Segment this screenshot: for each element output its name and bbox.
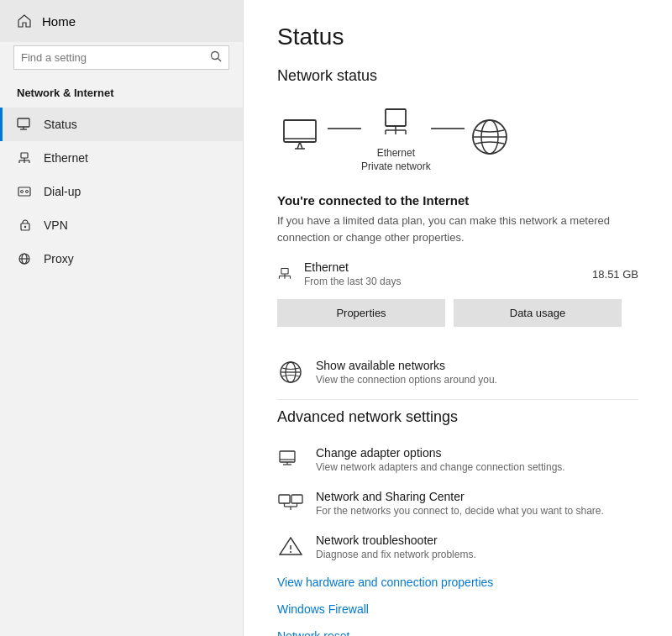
svg-rect-46: [279, 495, 290, 503]
sidebar-item-vpn-label: VPN: [44, 218, 68, 232]
ethernet-sub-label: From the last 30 days: [304, 276, 580, 287]
ethernet-data-row: Ethernet From the last 30 days 18.51 GB: [277, 260, 638, 287]
advanced-section-title: Advanced network settings: [277, 408, 638, 426]
diagram-ethernet: Ethernet Private network: [361, 100, 431, 173]
sharing-center-row[interactable]: Network and Sharing Center For the netwo…: [277, 481, 638, 525]
sharing-center-text: Network and Sharing Center For the netwo…: [316, 490, 604, 517]
home-icon: [17, 13, 32, 29]
adapter-options-text: Change adapter options View network adap…: [316, 446, 565, 473]
diagram-internet: [465, 116, 515, 158]
troubleshooter-desc: Diagnose and fix network problems.: [316, 549, 476, 560]
hardware-properties-link[interactable]: View hardware and connection properties: [277, 569, 638, 596]
diagram-computer: [277, 116, 328, 158]
svg-point-13: [26, 191, 29, 193]
sidebar-item-proxy[interactable]: Proxy: [0, 242, 243, 276]
status-icon: [17, 117, 32, 132]
ethernet-info: Ethernet From the last 30 days: [304, 260, 580, 287]
svg-rect-5: [21, 153, 28, 158]
sidebar-section-title: Network & Internet: [0, 80, 243, 108]
sidebar-item-ethernet-label: Ethernet: [44, 151, 88, 165]
sidebar-item-proxy-label: Proxy: [44, 252, 74, 265]
ethernet-row-icon: [277, 266, 292, 281]
adapter-options-desc: View network adapters and change connect…: [316, 461, 565, 473]
troubleshooter-title: Network troubleshooter: [316, 534, 476, 547]
svg-line-21: [297, 142, 300, 149]
dialup-icon: [17, 184, 32, 199]
diagram-line-2: [431, 128, 465, 129]
adapter-icon: [277, 446, 304, 473]
search-box[interactable]: [13, 45, 229, 70]
sidebar-item-home[interactable]: Home: [0, 0, 243, 42]
show-networks-title: Show available networks: [316, 359, 497, 372]
main-content: Status Network status: [244, 0, 672, 636]
show-networks-icon: [277, 359, 304, 386]
search-icon: [210, 50, 222, 65]
computer-icon: [277, 116, 328, 158]
sharing-center-title: Network and Sharing Center: [316, 490, 604, 503]
sidebar-item-dialup[interactable]: Dial-up: [0, 175, 243, 208]
sidebar: Home Network & Internet Status: [0, 0, 244, 636]
sharing-icon: [277, 490, 304, 517]
troubleshooter-icon: [277, 534, 304, 560]
ethernet-icon: [17, 150, 32, 166]
network-diagram: Ethernet Private network: [277, 100, 638, 173]
action-buttons: Properties Data usage: [277, 299, 638, 327]
svg-line-1: [218, 59, 222, 62]
diagram-line-1: [328, 128, 361, 129]
svg-rect-42: [280, 451, 295, 462]
sidebar-nav: Status Ethernet: [0, 108, 243, 276]
ethernet-connection-name: Ethernet: [304, 260, 580, 274]
home-label: Home: [42, 14, 76, 29]
data-usage-button[interactable]: Data usage: [454, 299, 622, 327]
network-reset-link[interactable]: Network reset: [277, 623, 638, 636]
adapter-options-row[interactable]: Change adapter options View network adap…: [277, 438, 638, 481]
svg-rect-47: [291, 495, 302, 503]
proxy-icon: [17, 251, 32, 266]
svg-rect-33: [281, 269, 288, 275]
svg-rect-24: [386, 109, 406, 126]
svg-point-0: [212, 52, 219, 60]
svg-point-12: [21, 191, 24, 193]
adapter-options-title: Change adapter options: [316, 446, 565, 460]
sidebar-item-vpn[interactable]: VPN: [0, 208, 243, 242]
page-title: Status: [277, 24, 638, 50]
sidebar-item-status-label: Status: [44, 118, 77, 131]
sharing-center-desc: For the networks you connect to, decide …: [316, 505, 604, 517]
ethernet-data-size: 18.51 GB: [592, 268, 638, 281]
vpn-icon: [17, 218, 32, 233]
divider-1: [277, 399, 638, 400]
troubleshooter-row[interactable]: Network troubleshooter Diagnose and fix …: [277, 525, 638, 569]
show-networks-desc: View the connection options around you.: [316, 374, 497, 386]
troubleshooter-text: Network troubleshooter Diagnose and fix …: [316, 534, 476, 560]
windows-firewall-link[interactable]: Windows Firewall: [277, 596, 638, 623]
show-networks-text: Show available networks View the connect…: [316, 359, 497, 386]
connected-desc: If you have a limited data plan, you can…: [277, 213, 638, 245]
show-networks-row[interactable]: Show available networks View the connect…: [277, 350, 638, 394]
svg-line-22: [300, 142, 302, 149]
connected-heading: You're connected to the Internet: [277, 193, 638, 208]
sidebar-item-dialup-label: Dial-up: [44, 185, 81, 198]
globe-icon: [465, 116, 515, 158]
svg-rect-2: [18, 118, 29, 127]
sidebar-item-ethernet[interactable]: Ethernet: [0, 141, 243, 175]
network-status-title: Network status: [277, 67, 638, 85]
svg-point-15: [24, 226, 26, 228]
properties-button[interactable]: Properties: [277, 299, 445, 327]
search-input[interactable]: [21, 51, 210, 64]
ethernet-diagram-label: Ethernet Private network: [361, 147, 431, 173]
ethernet-box-icon: [370, 100, 421, 142]
sidebar-item-status[interactable]: Status: [0, 108, 243, 141]
svg-point-54: [290, 551, 291, 553]
